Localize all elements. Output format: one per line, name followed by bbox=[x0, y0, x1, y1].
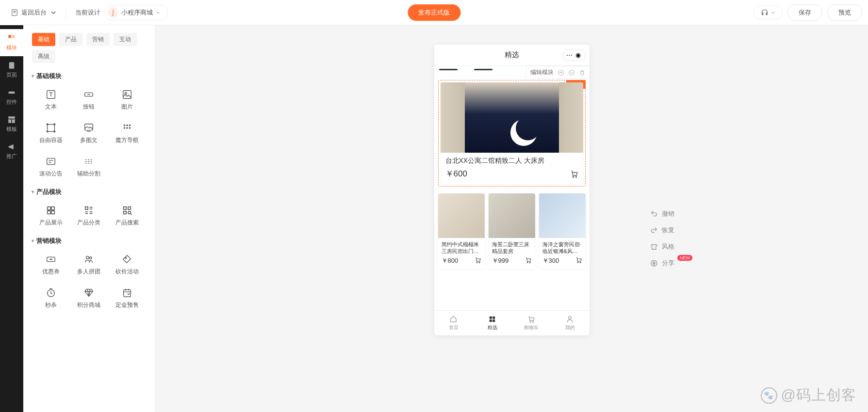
app-selector[interactable]: ∫ 小程序商城 bbox=[104, 5, 168, 20]
chevron-down-icon bbox=[49, 9, 57, 16]
coupon-icon bbox=[46, 254, 56, 265]
svg-point-41 bbox=[569, 70, 574, 75]
svg-point-33 bbox=[128, 211, 131, 214]
back-label: 返回后台 bbox=[21, 8, 47, 17]
featured-title: 台北XX公寓二馆精致二人 大床房 bbox=[445, 157, 578, 165]
module-multigraphic[interactable]: 多图文 bbox=[70, 120, 108, 147]
move-down-icon[interactable] bbox=[568, 69, 575, 76]
support-button[interactable] bbox=[753, 5, 783, 20]
share-button[interactable]: 分享NEW bbox=[650, 259, 674, 268]
selected-module[interactable]: ✎ ✕ 台北XX公寓二馆精致二人 大床房 ￥600 bbox=[438, 80, 586, 187]
nav-templates[interactable]: 模板 bbox=[0, 111, 23, 138]
tab-home[interactable]: 首页 bbox=[434, 311, 473, 335]
tab-featured[interactable]: 精选 bbox=[473, 311, 512, 335]
phone-preview: 精选 ⋯ ◉ 编辑模块 ✎ ✕ bbox=[434, 45, 590, 335]
bargain-icon bbox=[122, 254, 132, 265]
module-text[interactable]: 文本 bbox=[32, 86, 70, 114]
preview-button[interactable]: 预览 bbox=[827, 4, 862, 21]
cart-icon[interactable] bbox=[575, 256, 582, 264]
module-product-search[interactable]: 产品搜索 bbox=[108, 202, 146, 230]
move-up-icon[interactable] bbox=[557, 69, 564, 76]
product-card[interactable]: 海洋之窗旁民宿·临近银滩&风… ￥300 bbox=[539, 193, 586, 269]
module-coupon[interactable]: 优惠券 bbox=[32, 251, 70, 279]
new-badge: NEW bbox=[677, 255, 692, 261]
back-button[interactable]: 返回后台 bbox=[6, 5, 66, 20]
svg-point-16 bbox=[54, 131, 55, 132]
nav-controls[interactable]: 控件 bbox=[0, 83, 23, 111]
module-panel: 基础 产品 营销 互动 高级 基础模块 文本 按钮 图片 自由容器 多图文 魔方… bbox=[23, 25, 155, 412]
nav-modules[interactable]: 模块 bbox=[0, 29, 23, 56]
module-marquee[interactable]: 滚动公告 bbox=[32, 153, 70, 181]
svg-rect-3 bbox=[9, 62, 15, 69]
tab-product[interactable]: 产品 bbox=[59, 33, 82, 46]
redo-button[interactable]: 恢复 bbox=[650, 226, 674, 235]
svg-point-19 bbox=[126, 125, 128, 127]
module-divider[interactable]: 辅助分割 bbox=[70, 153, 108, 181]
featured-price: ￥600 bbox=[445, 168, 467, 179]
button-icon bbox=[83, 89, 94, 100]
svg-point-23 bbox=[129, 127, 131, 129]
module-presale[interactable]: 定金预售 bbox=[108, 285, 146, 312]
watermark: 🐾 @码上创客 bbox=[761, 385, 856, 405]
featured-image bbox=[441, 82, 583, 153]
svg-rect-12 bbox=[48, 125, 55, 132]
svg-point-49 bbox=[580, 262, 581, 263]
divider-icon bbox=[83, 156, 94, 167]
module-cubenav[interactable]: 魔方导航 bbox=[108, 120, 146, 147]
style-button[interactable]: 风格 bbox=[650, 242, 674, 251]
module-product-category[interactable]: 产品分类 bbox=[70, 202, 108, 230]
product-image bbox=[539, 193, 586, 238]
svg-point-13 bbox=[47, 124, 48, 125]
edit-module-label: 编辑模块 bbox=[530, 68, 554, 77]
tab-basic[interactable]: 基础 bbox=[32, 33, 55, 46]
tab-interact[interactable]: 互动 bbox=[114, 33, 137, 46]
tab-marketing[interactable]: 营销 bbox=[86, 33, 110, 46]
module-image[interactable]: 图片 bbox=[108, 86, 146, 114]
delete-icon[interactable] bbox=[579, 69, 586, 76]
save-button[interactable]: 保存 bbox=[787, 4, 822, 21]
svg-point-56 bbox=[569, 317, 572, 319]
module-freecontainer[interactable]: 自由容器 bbox=[32, 120, 70, 147]
module-bargain[interactable]: 砍价活动 bbox=[108, 251, 146, 279]
target-icon: ◉ bbox=[574, 51, 582, 59]
module-flashsale[interactable]: 秒杀 bbox=[32, 285, 70, 312]
svg-rect-51 bbox=[492, 317, 495, 319]
module-points[interactable]: 积分商城 bbox=[70, 285, 108, 312]
svg-rect-29 bbox=[85, 207, 88, 210]
page-icon bbox=[11, 9, 18, 16]
product-card[interactable]: 简约中式榻榻米三房民宿出门… ￥800 bbox=[438, 193, 485, 269]
user-icon bbox=[566, 315, 574, 323]
nav-promotion[interactable]: 推广 bbox=[0, 138, 23, 165]
module-groupbuy[interactable]: 多人拼团 bbox=[70, 251, 108, 279]
capsule-buttons[interactable]: ⋯ ◉ bbox=[562, 49, 586, 61]
announcement-icon bbox=[46, 156, 56, 167]
canvas-side-actions: 撤销 恢复 风格 分享NEW bbox=[650, 209, 674, 268]
cart-icon[interactable] bbox=[524, 256, 532, 264]
undo-button[interactable]: 撤销 bbox=[650, 209, 674, 218]
publish-button[interactable]: 发布正式版 bbox=[408, 4, 460, 21]
tab-advanced[interactable]: 高级 bbox=[32, 50, 55, 63]
tab-cart[interactable]: 购物车 bbox=[512, 311, 551, 335]
svg-rect-25 bbox=[48, 207, 50, 210]
nav-pages[interactable]: 页面 bbox=[0, 56, 23, 83]
svg-point-54 bbox=[530, 321, 531, 322]
module-button[interactable]: 按钮 bbox=[70, 86, 108, 114]
product-row: 简约中式榻榻米三房民宿出门… ￥800 海景二卧室三床精品套房 ￥999 海洋之… bbox=[438, 193, 586, 269]
featured-card[interactable]: 台北XX公寓二馆精致二人 大床房 ￥600 bbox=[441, 82, 583, 184]
svg-rect-1 bbox=[8, 35, 11, 38]
search-grid-icon bbox=[122, 205, 132, 216]
module-product-display[interactable]: 产品展示 bbox=[32, 202, 70, 230]
chevron-down-icon bbox=[156, 10, 161, 15]
phone-body: ✎ ✕ 台北XX公寓二馆精致二人 大床房 ￥600 bbox=[434, 70, 590, 310]
svg-rect-24 bbox=[47, 158, 55, 165]
grid-icon bbox=[488, 315, 496, 323]
product-card[interactable]: 海景二卧室三床精品套房 ￥999 bbox=[489, 193, 535, 269]
cart-icon[interactable] bbox=[474, 256, 481, 264]
app-name: 小程序商城 bbox=[121, 8, 153, 17]
tab-mine[interactable]: 我的 bbox=[551, 311, 590, 335]
headset-icon bbox=[761, 9, 769, 16]
text-icon bbox=[46, 89, 56, 100]
cart-icon[interactable] bbox=[570, 170, 578, 178]
section-marketing-title: 营销模块 bbox=[32, 237, 146, 245]
grid-icon bbox=[122, 123, 132, 133]
